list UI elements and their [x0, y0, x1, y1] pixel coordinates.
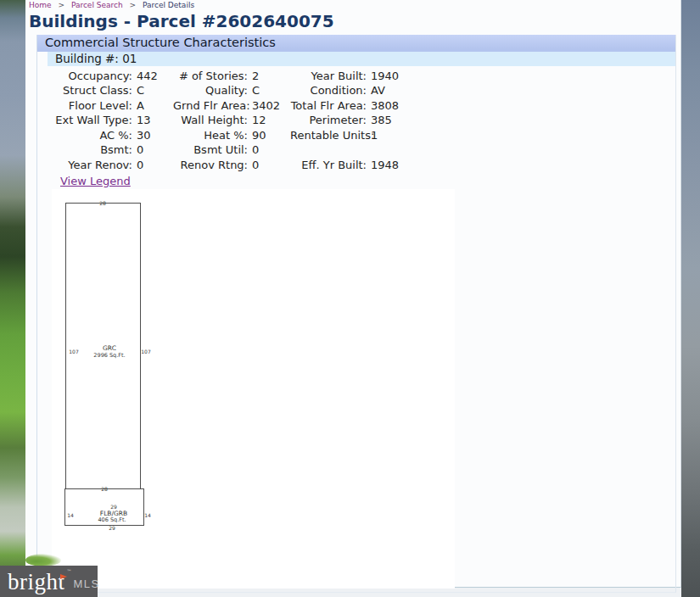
field-row: Bsmt: 0 Bsmt Util: 0 — [48, 142, 675, 158]
heat-percent-label: Heat %: — [173, 128, 248, 143]
bsmt-value: 0 — [137, 142, 169, 158]
year-built-label: Year Built: — [290, 69, 367, 84]
sketch-flb-left-dim: 14 — [67, 512, 74, 518]
eff-yr-built-value: 1948 — [371, 158, 675, 173]
year-renov-label: Year Renov: — [48, 158, 132, 173]
breadcrumb-separator: > — [58, 1, 64, 9]
struct-class-value: C — [137, 83, 169, 98]
commercial-structure-section: Commercial Structure Characteristics Bui… — [36, 35, 676, 593]
building-number-band: Building #: 01 — [48, 52, 675, 66]
field-row: Occupancy: 442 # of Stories: 2 Year Buil… — [48, 69, 675, 84]
building-number-value: 01 — [122, 52, 137, 65]
num-stories-value: 2 — [252, 69, 286, 84]
field-row: Struct Class: C Quality: C Condition: AV — [48, 83, 675, 98]
rentable-units-label: Rentable Units: — [290, 128, 367, 143]
background-photo-right — [681, 0, 700, 597]
sketch-flb-right-dim: 14 — [144, 512, 151, 518]
quality-label: Quality: — [173, 83, 248, 98]
ext-wall-type-value: 13 — [137, 113, 169, 128]
bsmt-label: Bsmt: — [48, 142, 132, 158]
logo-accent-arrow-icon — [60, 574, 67, 579]
sketch-grc-top-dim: 28 — [99, 199, 106, 205]
quality-value: C — [252, 83, 286, 98]
sketch-grc-right-dim: 107 — [141, 349, 151, 354]
grnd-flr-area-label: Grnd Flr Area: — [173, 98, 248, 114]
trademark-symbol: ™ — [67, 568, 72, 574]
view-legend-link[interactable]: View Legend — [60, 175, 131, 187]
perimeter-value: 385 — [371, 113, 675, 128]
num-stories-label: # of Stories: — [173, 69, 248, 84]
field-row: AC %: 30 Heat %: 90 Rentable Units: 1 — [48, 128, 675, 143]
structure-fields: Occupancy: 442 # of Stories: 2 Year Buil… — [37, 66, 675, 173]
bright-mls-logo: bright ™ MLS — [0, 566, 98, 597]
empty-value — [371, 142, 675, 158]
logo-mls-text: MLS — [74, 572, 100, 590]
year-built-value: 1940 — [371, 69, 675, 84]
year-renov-value: 0 — [137, 158, 169, 173]
sketch-grc-left-dim: 107 — [69, 349, 79, 354]
condition-label: Condition: — [290, 83, 367, 98]
perimeter-label: Perimeter: — [290, 113, 367, 128]
breadcrumb: Home > Parcel Search > Parcel Details — [25, 0, 680, 10]
occupancy-label: Occupancy: — [48, 69, 132, 84]
ac-percent-label: AC %: — [48, 128, 132, 143]
breadcrumb-parcel-details: Parcel Details — [143, 1, 194, 9]
breadcrumb-home[interactable]: Home — [29, 1, 52, 9]
condition-value: AV — [371, 83, 675, 98]
ac-percent-value: 30 — [137, 128, 169, 143]
renov-rtng-label: Renov Rtng: — [173, 158, 248, 173]
ext-wall-type-label: Ext Wall Type: — [48, 113, 132, 128]
sketch-flb-top-dim: 29 — [110, 504, 117, 510]
page-title: Buildings - Parcel #2602640075 — [25, 10, 680, 35]
field-row: Ext Wall Type: 13 Wall Height: 12 Perime… — [48, 113, 675, 128]
eff-yr-built-label: Eff. Yr Built: — [290, 158, 367, 173]
sketch-flb-bottom-dim: 29 — [109, 525, 115, 531]
grnd-flr-area-value: 3402 — [252, 98, 286, 114]
occupancy-value: 442 — [137, 69, 169, 84]
total-flr-area-label: Total Flr Area: — [290, 98, 367, 114]
floor-level-value: A — [137, 98, 169, 114]
floor-level-label: Floor Level: — [48, 98, 132, 114]
renov-rtng-value: 0 — [252, 158, 286, 173]
section-header: Commercial Structure Characteristics — [37, 35, 675, 52]
heat-percent-value: 90 — [252, 128, 286, 143]
building-number-label: Building #: — [55, 52, 119, 65]
sketch-grc-area: 2996 Sq.Ft. — [93, 352, 125, 359]
rentable-units-value: 1 — [371, 128, 675, 143]
building-sketch: 28 107 107 GRC 2996 Sq.Ft. 28 29 FLB/GRB… — [52, 189, 455, 589]
field-row: Floor Level: A Grnd Flr Area: 3402 Total… — [48, 98, 675, 114]
bsmt-util-value: 0 — [252, 142, 286, 158]
wall-height-value: 12 — [252, 113, 286, 128]
breadcrumb-separator: > — [130, 1, 137, 9]
bsmt-util-label: Bsmt Util: — [173, 142, 248, 158]
content-panel: Home > Parcel Search > Parcel Details Bu… — [25, 0, 681, 588]
background-photo-left — [0, 0, 25, 597]
sketch-grc-name: GRC — [103, 344, 116, 352]
empty-label — [290, 142, 367, 158]
total-flr-area-value: 3808 — [371, 98, 675, 114]
sketch-flb-area: 406 Sq.Ft. — [98, 516, 126, 523]
breadcrumb-parcel-search[interactable]: Parcel Search — [71, 1, 123, 9]
wall-height-label: Wall Height: — [173, 113, 248, 128]
sketch-grc-bottom-dim: 28 — [101, 485, 108, 491]
logo-wordmark: bright — [8, 569, 65, 594]
foliage-photo-fragment — [25, 554, 61, 566]
struct-class-label: Struct Class: — [48, 83, 132, 98]
field-row: Year Renov: 0 Renov Rtng: 0 Eff. Yr Buil… — [48, 158, 675, 173]
